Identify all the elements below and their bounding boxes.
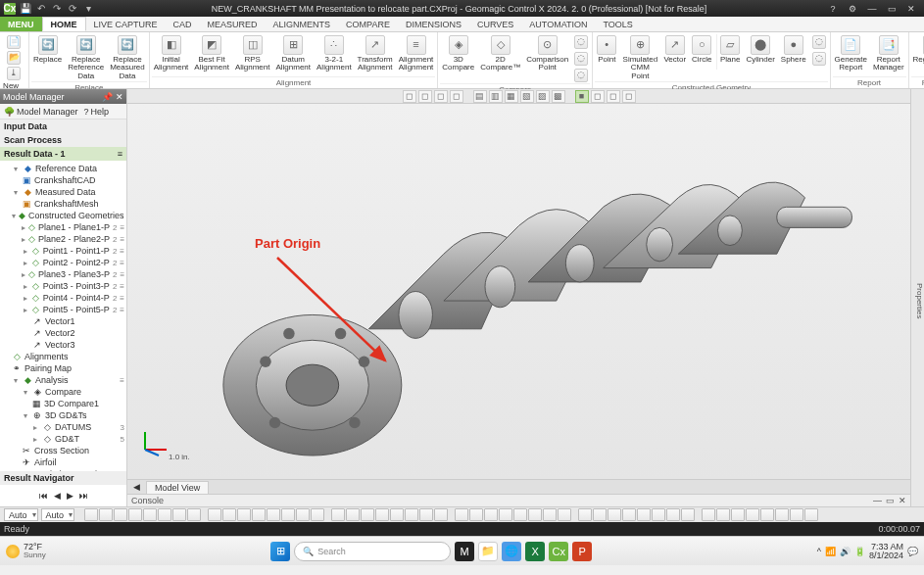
bottom-tool-5[interactable] <box>158 508 171 521</box>
replace-meas-button[interactable]: 🔄Replace Measured Data <box>108 34 147 81</box>
help-icon[interactable]: ? <box>824 2 842 16</box>
tray-battery-icon[interactable]: 🔋 <box>854 547 865 556</box>
tab-home[interactable]: HOME <box>42 17 86 31</box>
bottom-tool-43[interactable] <box>746 508 759 521</box>
tree-geom-7[interactable]: ▸◇Point5 - Point5-P2≡ <box>0 304 126 315</box>
console-close-icon[interactable]: ✕ <box>899 496 906 505</box>
panel-close-icon[interactable]: ✕ <box>116 92 123 102</box>
bottom-tool-4[interactable] <box>143 508 157 521</box>
vtb-9[interactable]: ▨ <box>536 90 550 103</box>
bottom-tool-19[interactable] <box>375 508 389 521</box>
model-view-tab[interactable]: Model View <box>146 481 209 494</box>
tab-automation[interactable]: AUTOMATION <box>521 17 595 31</box>
initial-align-button[interactable]: ◧Initial Alignment <box>152 34 191 73</box>
tree-geom-5[interactable]: ▸◇Point3 - Point3-P2≡ <box>0 280 126 292</box>
geom-menu-icon[interactable]: ≡ <box>120 247 124 256</box>
tree-crankshaft-mesh[interactable]: ▣CrankshaftMesh <box>0 198 126 210</box>
circle-button[interactable]: ○Circle <box>690 34 713 65</box>
tree-compare[interactable]: ▾◈Compare <box>0 386 126 398</box>
bottom-tool-46[interactable] <box>790 508 803 521</box>
bottom-tool-39[interactable] <box>681 508 695 521</box>
bottom-tool-22[interactable] <box>419 508 433 521</box>
maximize-button[interactable]: ▭ <box>883 2 900 16</box>
tree-header-scan[interactable]: Scan Process <box>0 133 126 147</box>
vtb-shade[interactable]: ■ <box>575 90 589 103</box>
bottom-tool-11[interactable] <box>252 508 266 521</box>
console-min-icon[interactable]: — <box>873 496 882 505</box>
cmp-opt2[interactable]: ◌ <box>572 51 590 67</box>
bottom-tool-25[interactable] <box>469 508 483 521</box>
start-button[interactable]: ⊞ <box>270 542 290 561</box>
generate-report-button[interactable]: 📄Generate Report <box>833 34 869 73</box>
replace-button[interactable]: 🔄Replace <box>31 34 64 65</box>
2d-compare-button[interactable]: ◇2D Compare™ <box>478 34 522 73</box>
vtb-11[interactable]: ◻ <box>591 90 605 103</box>
bottom-tool-47[interactable] <box>804 508 818 521</box>
tree-measured-data[interactable]: ▾◆Measured Data <box>0 186 126 198</box>
geom-menu-icon[interactable]: ≡ <box>120 282 124 291</box>
nav-next-icon[interactable]: ▶ <box>67 491 73 501</box>
bottom-tool-37[interactable] <box>652 508 665 521</box>
vtb-6[interactable]: ▥ <box>489 90 503 103</box>
taskbar-app-4[interactable]: X <box>525 542 545 561</box>
tree-header-input[interactable]: Input Data <box>0 120 126 133</box>
close-button[interactable]: ✕ <box>902 2 920 16</box>
bottom-tool-34[interactable] <box>608 508 621 521</box>
vtb-5[interactable]: ▤ <box>473 90 487 103</box>
bottom-tool-26[interactable] <box>484 508 498 521</box>
cmp-opt3[interactable]: ◌ <box>572 68 590 83</box>
cmp-opt1[interactable]: ◌ <box>572 34 590 50</box>
panel-tab-model-manager[interactable]: 🌳Model Manager <box>4 107 78 117</box>
transform-align-button[interactable]: ↗Transform Alignment <box>356 34 395 73</box>
bottom-tool-14[interactable] <box>296 508 310 521</box>
weather-widget[interactable]: 72°F Sunny <box>6 543 46 559</box>
panel-header[interactable]: Model Manager 📌✕ <box>0 89 126 104</box>
rps-align-button[interactable]: ◫RPS Alignment <box>233 34 272 73</box>
qat-save-icon[interactable]: 💾 <box>20 3 31 15</box>
vtb-8[interactable]: ▧ <box>520 90 534 103</box>
replace-ref-button[interactable]: 🔄Replace Reference Data <box>66 34 106 81</box>
vtb-10[interactable]: ▩ <box>552 90 565 103</box>
viewport-tab-prev[interactable]: ◀ <box>133 482 140 492</box>
bottom-tool-3[interactable] <box>128 508 142 521</box>
bottom-tool-6[interactable] <box>172 508 186 521</box>
bottom-tool-36[interactable] <box>637 508 651 521</box>
tree-geom-3[interactable]: ▸◇Point2 - Point2-P2≡ <box>0 257 126 268</box>
qat-down-icon[interactable]: ▾ <box>82 3 94 15</box>
tree-gdt-item[interactable]: ▸◇GD&T5 <box>0 433 126 445</box>
bottom-tool-20[interactable] <box>390 508 404 521</box>
tree-geom-4[interactable]: ▸◇Plane3 - Plane3-P2≡ <box>0 268 126 280</box>
tray-volume-icon[interactable]: 🔊 <box>840 547 851 556</box>
report-manager-button[interactable]: 📑Report Manager <box>871 34 906 73</box>
bottom-tool-31[interactable] <box>558 508 571 521</box>
panel-tab-help[interactable]: ?Help <box>84 107 110 117</box>
3d-compare-button[interactable]: ◈3D Compare <box>440 34 476 73</box>
bottom-tool-44[interactable] <box>760 508 774 521</box>
bottom-tool-38[interactable] <box>666 508 680 521</box>
tree-reference-data[interactable]: ▾◆Reference Data <box>0 163 126 174</box>
bottom-tool-30[interactable] <box>543 508 557 521</box>
regenerate-all-button[interactable]: ⟳Regenerate All <box>911 34 924 73</box>
tree-cross-section[interactable]: ✂Cross Section <box>0 445 126 456</box>
geom-menu-icon[interactable]: ≡ <box>121 270 125 279</box>
taskbar-app-2[interactable]: 📁 <box>478 542 498 561</box>
vtb-12[interactable]: ◻ <box>607 90 620 103</box>
settings-icon[interactable]: ⚙ <box>844 2 861 16</box>
bottom-tool-45[interactable] <box>775 508 789 521</box>
tree-vector-1[interactable]: ↗Vector2 <box>0 327 126 339</box>
bottom-tool-12[interactable] <box>267 508 280 521</box>
vtb-2[interactable]: ◻ <box>418 90 432 103</box>
taskbar-app-6[interactable]: P <box>572 542 592 561</box>
pin-icon[interactable]: 📌 <box>102 92 113 102</box>
geom-menu-icon[interactable]: ≡ <box>120 294 124 303</box>
sphere-button[interactable]: ●Sphere <box>779 34 808 65</box>
qat-redo-icon[interactable]: ↷ <box>51 3 63 15</box>
tree-pairing-map[interactable]: ⚭Pairing Map <box>0 362 126 374</box>
rail-properties[interactable]: Properties <box>915 283 924 318</box>
geom-menu-icon[interactable]: ≡ <box>121 223 125 232</box>
vtb-7[interactable]: ▦ <box>505 90 518 103</box>
point-button[interactable]: •Point <box>595 34 618 65</box>
bottom-tool-17[interactable] <box>346 508 360 521</box>
tree-3d-compare1[interactable]: ▦3D Compare1 <box>0 398 126 409</box>
align-321-button[interactable]: ∴3-2-1 Alignment <box>315 34 354 73</box>
